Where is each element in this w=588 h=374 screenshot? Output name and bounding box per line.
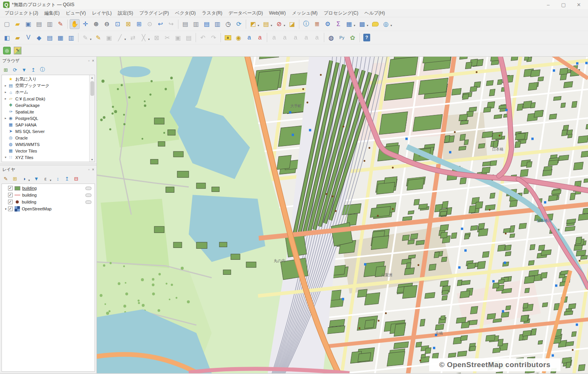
python-console-button[interactable]: Py [337, 33, 347, 43]
menu-item-4[interactable]: 設定(S) [115, 9, 136, 17]
chevron-down-icon[interactable]: ▾ [258, 24, 261, 27]
browser-item-vector-tiles[interactable]: ▦Vector Tiles [2, 148, 95, 154]
zoom-to-selection-button[interactable]: ⊠ [123, 19, 133, 29]
menu-item-12[interactable]: ヘルプ(H) [361, 9, 388, 17]
metasearch-button[interactable]: ◍ [326, 33, 336, 43]
select-by-location-button[interactable]: ◪ [287, 19, 297, 29]
deselect-all-button[interactable]: ⊘ [274, 19, 284, 29]
close-button[interactable]: ✕ [571, 0, 586, 9]
digitize-button[interactable]: ╱ [115, 33, 125, 43]
paste-features-button[interactable]: ▤ [184, 33, 194, 43]
browser-item-spatialite[interactable]: ✑SpatiaLite [2, 108, 95, 115]
filter-by-expression-button[interactable]: ε [41, 174, 50, 183]
browser-item-folder[interactable]: ▸▱C:¥ (Local Disk) [2, 95, 95, 102]
menu-item-8[interactable]: データベース(D) [225, 9, 266, 17]
menu-item-6[interactable]: ベクタ(O) [172, 9, 199, 17]
scroll-down-icon[interactable]: ▼ [91, 157, 93, 162]
zoom-native-button[interactable]: ⊙ [145, 19, 155, 29]
menu-item-5[interactable]: プラグイン(P) [136, 9, 172, 17]
dont-show-labels-button[interactable]: a [244, 33, 254, 43]
style-manager-button[interactable]: ✎ [56, 19, 65, 29]
quickmap-search-button[interactable]: ◎ [2, 46, 12, 56]
show-spatial-bookmarks-button[interactable]: ▤ [202, 19, 212, 29]
layer-properties-button[interactable]: ⓘ [38, 66, 47, 74]
refresh-map-button[interactable]: ⟳ [234, 19, 244, 29]
select-features-button[interactable]: ◩ [248, 19, 258, 29]
new-3d-map-view-button[interactable]: ▥ [191, 19, 201, 29]
new-print-layout-button[interactable]: ▤ [34, 19, 44, 29]
browser-item-postgresql[interactable]: ▸◉PostgreSQL [2, 115, 95, 121]
browser-item-home[interactable]: ▸⌂ホーム [2, 89, 95, 95]
chevron-down-icon[interactable]: ▾ [284, 24, 287, 27]
scroll-thumb[interactable] [90, 81, 94, 96]
rotate-label-button[interactable]: a [301, 33, 311, 43]
browser-item-sap-hana[interactable]: ▦SAP HANA [2, 121, 95, 128]
new-scratch-layer-button[interactable]: ▤ [45, 33, 55, 43]
browser-item-oracle[interactable]: ◎Oracle [2, 135, 95, 141]
browser-item-mssql[interactable]: ➤MS SQL Server [2, 128, 95, 135]
scroll-up-icon[interactable]: ▲ [91, 75, 93, 80]
menu-item-1[interactable]: 編集(E) [41, 9, 63, 17]
collapse-all-layers-button[interactable]: ↥ [63, 174, 71, 183]
menu-item-10[interactable]: メッシュ(M) [289, 9, 320, 17]
zoom-to-layer-button[interactable]: ⊞ [134, 19, 144, 29]
browser-item-xyz-tiles[interactable]: ▾∷XYZ Tiles [2, 154, 95, 161]
layer-visibility-checkbox[interactable]: ✓ [8, 186, 13, 190]
show-hide-labels-button[interactable]: a [280, 33, 290, 43]
maximize-button[interactable]: ▢ [556, 0, 571, 9]
chevron-down-icon[interactable]: ▾ [271, 24, 274, 27]
layer-visibility-checkbox[interactable]: ✓ [8, 200, 13, 204]
copy-features-button[interactable]: ▣ [173, 33, 183, 43]
temporal-controller-button[interactable]: ◷ [223, 19, 233, 29]
new-project-button[interactable]: ▢ [2, 19, 12, 29]
refresh-browser-button[interactable]: ⟳ [11, 66, 19, 74]
layout-manager-button[interactable]: ▥ [45, 19, 55, 29]
field-calculator-button[interactable]: ▩ [357, 19, 367, 29]
add-group-button[interactable]: ⊞ [11, 174, 19, 183]
expander-icon[interactable]: ▸ [3, 90, 8, 94]
redo-button[interactable]: ↷ [209, 33, 219, 43]
map-canvas[interactable]: 大手町丸の内八重洲日本橋京橋日本橋川 © OpenStreetMap contr… [97, 57, 588, 373]
cut-features-button[interactable]: ✂ [162, 33, 172, 43]
zoom-out-button[interactable]: ⊖ [102, 19, 112, 29]
chevron-down-icon[interactable]: ▾ [124, 38, 127, 41]
expand-all-button[interactable]: ↕ [54, 174, 62, 183]
layer-row-2[interactable]: ✓building [2, 198, 95, 205]
current-edits-button[interactable]: ✎ [80, 33, 90, 43]
expander-icon[interactable]: ▸ [3, 97, 8, 100]
delete-selected-button[interactable]: ⊠ [152, 33, 162, 43]
zoom-in-button[interactable]: ⊕ [91, 19, 101, 29]
browser-item-wms[interactable]: ◍WMS/WMTS [2, 141, 95, 148]
new-virtual-layer-button[interactable]: ▦ [56, 33, 65, 43]
browser-item-bookmark[interactable]: ▸▤空間ブックマーク [2, 82, 95, 89]
bookmark-manager-button[interactable]: ▥ [212, 19, 222, 29]
chevron-down-icon[interactable]: ▾ [148, 38, 151, 41]
manage-map-themes-button[interactable]: ◑ [20, 174, 28, 183]
open-layer-styling-button[interactable]: ✎ [2, 174, 10, 183]
expander-icon[interactable]: ▸ [3, 84, 8, 87]
menu-item-3[interactable]: レイヤ(L) [89, 9, 115, 17]
move-feature-button[interactable]: ⇄ [128, 33, 138, 43]
expander-icon[interactable]: ▾ [3, 156, 8, 159]
chevron-down-icon[interactable]: ▾ [354, 24, 357, 27]
layer-row-3[interactable]: ▾✓OpenStreetMap [2, 205, 95, 212]
chevron-down-icon[interactable]: ▾ [367, 24, 370, 27]
new-map-view-button[interactable]: ▤ [180, 19, 190, 29]
close-panel-icon[interactable]: × [92, 59, 94, 63]
map-tips-button[interactable] [370, 19, 380, 29]
labeling-options-button[interactable]: ◉ [234, 33, 243, 43]
run-feature-action-button[interactable]: ≣ [312, 19, 322, 29]
help-contents-button[interactable]: ? [362, 33, 372, 43]
layer-row-0[interactable]: ✓building [2, 185, 95, 192]
layer-visibility-checkbox[interactable]: ✓ [8, 193, 13, 197]
menu-item-7[interactable]: ラスタ(R) [199, 9, 225, 17]
chevron-down-icon[interactable]: ▾ [390, 24, 394, 27]
chevron-down-icon[interactable]: ▾ [28, 179, 31, 182]
data-source-manager-button[interactable]: ◧ [2, 33, 12, 43]
zoom-last-button[interactable]: ↩ [155, 19, 165, 29]
plugin-button[interactable]: ✿ [348, 33, 358, 43]
filter-browser-button[interactable]: ▼ [20, 66, 28, 74]
highlight-labels-button[interactable]: a [269, 33, 279, 43]
pinned-labels-button[interactable]: a [255, 33, 265, 43]
attribute-table-button[interactable]: ▦ [344, 19, 354, 29]
